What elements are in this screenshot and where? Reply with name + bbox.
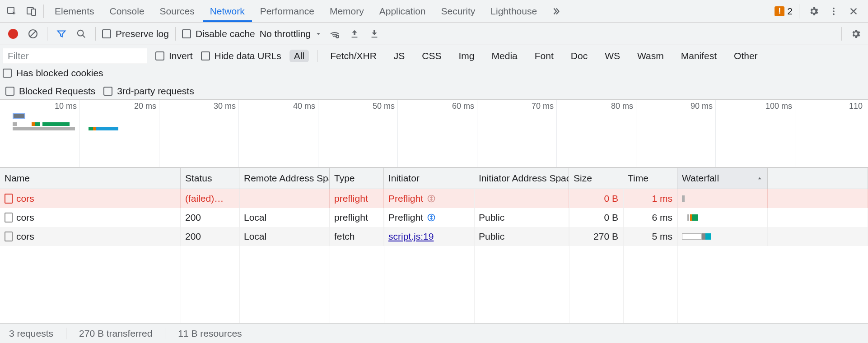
filter-chip-doc[interactable]: Doc bbox=[566, 50, 592, 62]
record-button[interactable] bbox=[5, 26, 21, 42]
blocked-requests-checkbox[interactable]: Blocked Requests bbox=[5, 86, 95, 97]
column-header-label: Initiator bbox=[388, 173, 420, 184]
column-header[interactable]: Remote Address Space bbox=[239, 168, 330, 189]
column-header[interactable]: Type bbox=[330, 168, 384, 189]
time-cell: 5 ms bbox=[623, 227, 677, 246]
name-cell: cors bbox=[0, 189, 181, 208]
file-icon bbox=[5, 213, 13, 222]
initiator-cell: Preflight bbox=[384, 189, 474, 208]
settings-gear-icon[interactable] bbox=[804, 1, 824, 21]
download-har-icon[interactable] bbox=[367, 26, 382, 42]
column-header[interactable]: Name bbox=[0, 168, 181, 189]
filter-chip-ws[interactable]: WS bbox=[600, 50, 625, 62]
column-header[interactable]: Initiator Address Space bbox=[474, 168, 569, 189]
overview-tick-label: 50 ms bbox=[373, 102, 397, 111]
filter-chip-img[interactable]: Img bbox=[454, 50, 479, 62]
filter-chip-font[interactable]: Font bbox=[530, 50, 558, 62]
column-header[interactable]: Initiator bbox=[384, 168, 474, 189]
third-party-checkbox[interactable]: 3rd-party requests bbox=[103, 86, 194, 97]
network-overview-timeline[interactable]: 10 ms20 ms30 ms40 ms50 ms60 ms70 ms80 ms… bbox=[0, 100, 868, 167]
 bbox=[768, 227, 868, 246]
overview-tick-label: 10 ms bbox=[55, 102, 79, 111]
invert-checkbox[interactable]: Invert bbox=[155, 51, 193, 61]
network-settings-gear-icon[interactable] bbox=[848, 26, 863, 42]
filter-chip-fetch-xhr[interactable]: Fetch/XHR bbox=[326, 50, 381, 62]
filter-chip-other[interactable]: Other bbox=[729, 50, 762, 62]
remote-address-cell bbox=[239, 189, 330, 208]
filter-chip-manifest[interactable]: Manifest bbox=[677, 50, 721, 62]
initiator-address-cell: Public bbox=[474, 208, 569, 227]
filter-chip-all[interactable]: All bbox=[289, 50, 309, 62]
kebab-menu-icon[interactable] bbox=[824, 1, 844, 21]
filter-funnel-icon[interactable] bbox=[54, 26, 69, 42]
column-header[interactable] bbox=[768, 168, 868, 189]
waterfall-bar bbox=[682, 195, 763, 202]
table-row[interactable]: cors200LocalpreflightPreflight Public0 B… bbox=[0, 208, 868, 227]
svg-point-4 bbox=[833, 10, 835, 12]
tab-security[interactable]: Security bbox=[441, 0, 475, 22]
initiator-link[interactable]: script.js:19 bbox=[388, 231, 434, 242]
inspect-element-icon[interactable] bbox=[2, 1, 22, 21]
close-devtools-icon[interactable] bbox=[844, 1, 863, 21]
name-cell: cors bbox=[0, 227, 181, 246]
disable-cache-checkbox[interactable]: Disable cache bbox=[182, 28, 255, 39]
overview-selection-handle[interactable] bbox=[13, 113, 25, 119]
status-cell: (failed)… bbox=[181, 189, 239, 208]
waterfall-cell bbox=[677, 189, 768, 208]
tab-memory[interactable]: Memory bbox=[330, 0, 364, 22]
hide-data-urls-checkbox[interactable]: Hide data URLs bbox=[201, 51, 281, 61]
search-icon[interactable] bbox=[74, 26, 89, 42]
svg-point-8 bbox=[336, 35, 339, 38]
preserve-log-label: Preserve log bbox=[116, 28, 169, 39]
column-header-label: Size bbox=[574, 173, 592, 184]
filter-chip-js[interactable]: JS bbox=[389, 50, 410, 62]
filter-chip-media[interactable]: Media bbox=[487, 50, 522, 62]
filter-placeholder: Filter bbox=[8, 51, 29, 61]
 bbox=[768, 208, 868, 227]
column-header-label: Remote Address Space bbox=[244, 173, 330, 184]
more-tabs-chevron-icon[interactable] bbox=[546, 1, 566, 21]
waterfall-bar bbox=[682, 233, 763, 240]
clear-button-icon[interactable] bbox=[25, 26, 41, 42]
column-header-label: Type bbox=[334, 173, 355, 184]
table-row[interactable]: cors200Localfetchscript.js:19Public270 B… bbox=[0, 227, 868, 246]
overview-tick bbox=[159, 100, 159, 167]
has-blocked-cookies-checkbox[interactable]: Has blocked cookies bbox=[3, 68, 103, 79]
filter-chip-css[interactable]: CSS bbox=[417, 50, 446, 62]
hide-data-urls-label: Hide data URLs bbox=[215, 51, 281, 61]
filter-input[interactable]: Filter bbox=[3, 48, 147, 64]
device-toggle-icon[interactable] bbox=[22, 1, 42, 21]
tab-network[interactable]: Network bbox=[210, 0, 245, 22]
column-header[interactable]: Time bbox=[623, 168, 677, 189]
divider bbox=[95, 27, 96, 41]
waterfall-bar bbox=[682, 214, 763, 221]
column-header[interactable]: Waterfall bbox=[677, 168, 768, 189]
issues-count: 2 bbox=[787, 6, 793, 17]
overview-tick-label: 60 ms bbox=[452, 102, 477, 111]
overview-tick bbox=[556, 100, 557, 167]
column-header[interactable]: Status bbox=[181, 168, 239, 189]
throttling-select[interactable]: No throttling bbox=[260, 28, 322, 39]
status-cell: 200 bbox=[181, 208, 239, 227]
request-name: cors bbox=[16, 193, 34, 204]
overview-tick bbox=[477, 100, 477, 167]
tab-application[interactable]: Application bbox=[379, 0, 426, 22]
tab-sources[interactable]: Sources bbox=[160, 0, 195, 22]
filter-chip-wasm[interactable]: Wasm bbox=[633, 50, 668, 62]
preserve-log-checkbox[interactable]: Preserve log bbox=[102, 28, 169, 39]
tab-elements[interactable]: Elements bbox=[55, 0, 94, 22]
column-header-label: Time bbox=[628, 173, 649, 184]
upload-har-icon[interactable] bbox=[347, 26, 362, 42]
tab-performance[interactable]: Performance bbox=[260, 0, 314, 22]
overview-bars-2 bbox=[13, 127, 118, 138]
issues-badge[interactable]: ! 2 bbox=[768, 4, 799, 19]
column-header[interactable]: Size bbox=[569, 168, 623, 189]
divider bbox=[175, 27, 176, 41]
request-name: cors bbox=[16, 231, 34, 242]
disable-cache-label: Disable cache bbox=[196, 28, 255, 39]
table-row[interactable]: cors(failed)…preflightPreflight 0 B1 ms bbox=[0, 189, 868, 208]
network-request-table: NameStatusRemote Address SpaceTypeInitia… bbox=[0, 167, 868, 323]
tab-lighthouse[interactable]: Lighthouse bbox=[490, 0, 537, 22]
network-conditions-icon[interactable] bbox=[327, 26, 342, 42]
tab-console[interactable]: Console bbox=[110, 0, 145, 22]
